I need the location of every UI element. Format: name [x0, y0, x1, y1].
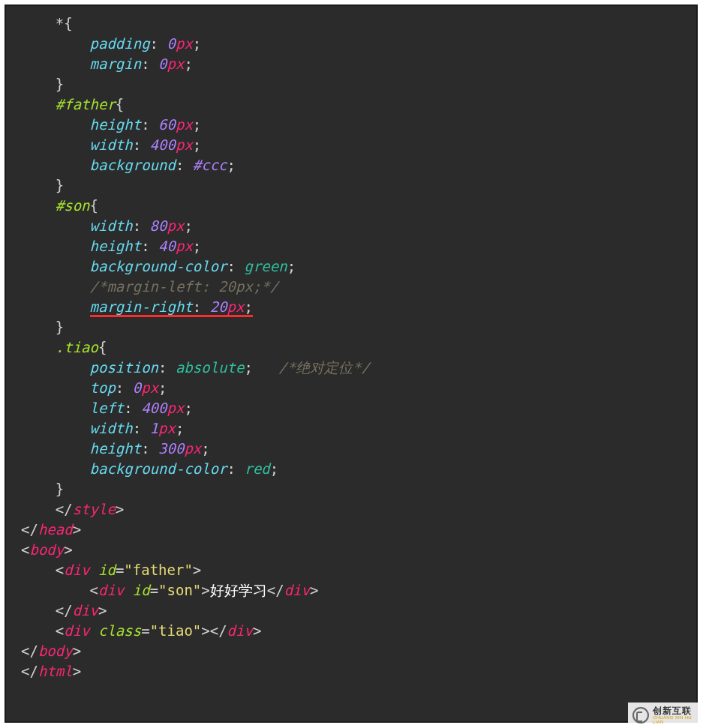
code-token: ; — [270, 460, 278, 477]
code-token: div — [227, 622, 253, 639]
code-token: div — [64, 622, 89, 639]
code-token: class — [90, 622, 142, 639]
code-token: : — [193, 298, 210, 317]
code-token: = — [116, 562, 124, 578]
code-token: 0 — [158, 55, 167, 72]
code-token: : — [150, 35, 167, 52]
code-token: : — [227, 460, 245, 477]
code-token: 80 — [150, 217, 167, 234]
code-token: width — [90, 420, 133, 436]
code-token: > — [310, 582, 318, 598]
code-token: > — [73, 521, 81, 538]
code-token: 20 — [210, 298, 227, 317]
code-block[interactable]: *{ padding: 0px; margin: 0px; } #father{… — [6, 13, 696, 682]
code-token: { — [116, 96, 124, 112]
code-token: = — [141, 622, 149, 639]
code-token: < — [21, 541, 29, 558]
code-token: 0 — [133, 379, 141, 396]
code-token: margin — [90, 55, 142, 72]
code-token: ; — [201, 440, 209, 457]
code-token: height — [90, 440, 142, 457]
code-token: id — [90, 562, 116, 578]
code-token: px — [176, 238, 193, 254]
code-token: px — [176, 35, 193, 52]
code-token: html — [38, 663, 73, 679]
code-token: top — [90, 379, 116, 396]
code-token: div — [73, 602, 98, 619]
code-token: *{ — [56, 15, 73, 31]
code-token: ; — [158, 379, 167, 396]
code-token: > — [64, 541, 72, 558]
code-token: px — [167, 55, 185, 72]
code-token: > — [193, 562, 201, 578]
code-token: : — [124, 400, 141, 416]
code-token: height — [90, 238, 142, 254]
code-token: 40 — [158, 238, 176, 254]
code-token: : — [227, 258, 245, 274]
code-token: 好好学习 — [210, 582, 267, 598]
watermark-text-cn: 创新互联 — [653, 706, 698, 715]
code-token: red — [244, 460, 269, 477]
code-token: px — [158, 420, 176, 436]
code-token: : — [158, 359, 176, 376]
code-token: < — [56, 562, 64, 578]
code-token: div — [98, 582, 124, 598]
code-token: { — [90, 197, 98, 214]
code-token: > — [73, 663, 81, 679]
code-token: px — [167, 400, 185, 416]
code-token: ; — [193, 238, 201, 254]
code-token: } — [56, 76, 64, 92]
code-token: : — [133, 420, 150, 436]
code-token: width — [90, 217, 133, 234]
code-token: /*margin-left: 20px;*/ — [90, 278, 279, 295]
code-token: #father — [56, 96, 116, 112]
code-token: style — [73, 501, 116, 517]
code-token: 400 — [141, 400, 167, 416]
code-token: : — [141, 238, 158, 254]
code-token: </ — [21, 643, 38, 659]
code-token: px — [227, 298, 245, 317]
code-token: : — [141, 116, 158, 133]
watermark: 创新互联 CHUANG XIN HU LIAN — [628, 703, 703, 728]
code-token: 1 — [150, 420, 158, 436]
code-token: background-color — [90, 258, 227, 274]
code-token: height — [90, 116, 142, 133]
code-token: } — [56, 319, 64, 335]
code-token: < — [90, 582, 98, 598]
code-token: ; — [193, 116, 201, 133]
code-token: position — [90, 359, 159, 376]
code-token: padding — [90, 35, 150, 52]
code-token: ; — [176, 420, 184, 436]
code-token: > — [98, 602, 107, 619]
code-token: left — [90, 400, 125, 416]
code-token: div — [284, 582, 310, 598]
code-token: ; — [244, 298, 252, 317]
code-token: } — [56, 177, 64, 193]
code-token: .tiao — [56, 339, 98, 355]
code-token: px — [167, 217, 185, 234]
code-token: : — [133, 217, 150, 234]
code-token: : — [133, 136, 150, 153]
code-token: ; — [193, 35, 201, 52]
code-token: > — [253, 622, 261, 639]
code-token: ; — [184, 400, 192, 416]
code-token: id — [124, 582, 149, 598]
code-token: margin-right — [90, 298, 193, 317]
code-token: background — [90, 157, 176, 173]
code-token: 400 — [150, 136, 176, 153]
code-token: ; — [244, 359, 278, 376]
code-token: #ccc — [193, 157, 227, 173]
code-token: 300 — [158, 440, 184, 457]
code-token: ; — [287, 258, 296, 274]
code-token: #son — [56, 197, 90, 214]
code-token: ; — [193, 136, 201, 153]
code-token: "son" — [158, 582, 201, 598]
code-token: absolute — [176, 359, 245, 376]
code-token: > — [73, 643, 81, 659]
watermark-logo-icon — [632, 707, 649, 724]
code-token: = — [150, 582, 158, 598]
code-token: "tiao" — [150, 622, 202, 639]
code-token: "father" — [124, 562, 193, 578]
code-token: > — [116, 501, 124, 517]
code-token: /*绝对定位*/ — [278, 359, 370, 376]
